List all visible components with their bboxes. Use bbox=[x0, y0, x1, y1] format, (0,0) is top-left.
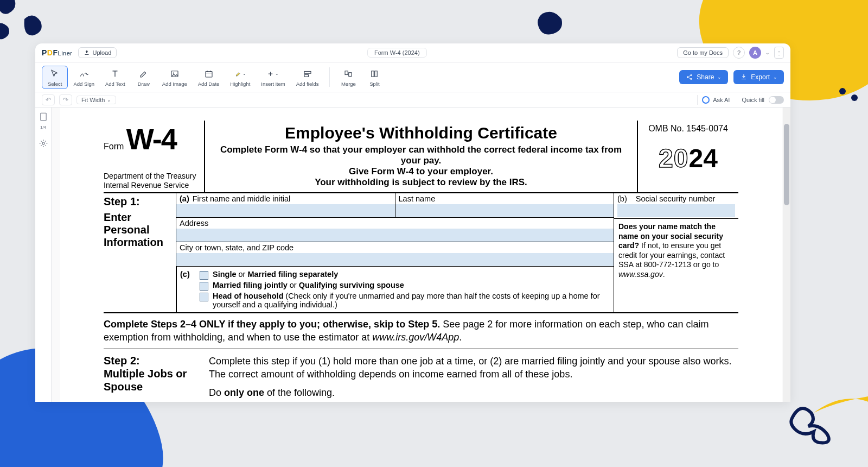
page-counter: 1/4 bbox=[40, 125, 46, 130]
undo-icon: ↶ bbox=[46, 96, 51, 104]
tool-label: Add Sign bbox=[73, 81, 94, 87]
app-window: PDFLiner Upload Form W-4 (2024) Go to my… bbox=[35, 43, 790, 402]
export-button[interactable]: Export ⌄ bbox=[733, 70, 784, 84]
settings-button[interactable] bbox=[37, 137, 49, 149]
last-name-label: Last name bbox=[395, 193, 614, 204]
highlight-icon: ⌄ bbox=[234, 68, 246, 80]
step2-p2: Do only one of the following. bbox=[209, 386, 738, 399]
quickfill-toggle[interactable] bbox=[769, 96, 784, 104]
cursor-icon bbox=[49, 68, 61, 80]
chevron-down-icon: ⌄ bbox=[107, 97, 111, 103]
address-label: Address bbox=[176, 218, 614, 229]
last-name-field[interactable] bbox=[395, 204, 614, 217]
document-title-pill[interactable]: Form W-4 (2024) bbox=[367, 48, 427, 58]
decorative-blob-navy-top bbox=[537, 11, 564, 35]
tool-label: Add fields bbox=[296, 81, 319, 87]
svg-point-3 bbox=[173, 72, 174, 73]
fields-icon bbox=[302, 68, 314, 80]
svg-point-15 bbox=[42, 142, 44, 144]
more-menu-button[interactable]: ⋮ bbox=[774, 47, 784, 59]
help-button[interactable]: ? bbox=[733, 47, 745, 59]
body: 1/4 Form W-4 Department of the Treasury … bbox=[35, 108, 790, 402]
ssn-help-text: Does your name match the name on your so… bbox=[614, 219, 738, 282]
scrollbar-thumb[interactable] bbox=[784, 124, 789, 205]
step1-label: Step 1: Enter Personal Information bbox=[104, 193, 176, 312]
step2-number: Step 2: bbox=[104, 355, 196, 367]
split-icon bbox=[368, 68, 380, 80]
step2-label: Step 2: Multiple Jobs or Spouse bbox=[104, 355, 196, 402]
upload-button[interactable]: Upload bbox=[78, 47, 117, 58]
label-a: (a) bbox=[180, 194, 189, 203]
tool-add-sign[interactable]: Add Sign bbox=[68, 66, 100, 89]
first-name-field[interactable] bbox=[176, 204, 395, 217]
svg-point-1 bbox=[851, 94, 858, 101]
tool-insert-item[interactable]: ⌄ Insert item bbox=[256, 66, 290, 89]
document-page: Form W-4 Department of the Treasury Inte… bbox=[60, 108, 782, 402]
address-field[interactable] bbox=[176, 229, 614, 242]
svg-rect-8 bbox=[349, 72, 352, 76]
upload-label: Upload bbox=[93, 49, 112, 56]
dept-line2: Internal Revenue Service bbox=[104, 181, 204, 190]
filing-status-section: (c) Single or Married filing separately … bbox=[176, 267, 614, 312]
toolbar-separator bbox=[329, 67, 330, 87]
tool-highlight[interactable]: ⌄ Highlight bbox=[225, 66, 256, 89]
tool-draw[interactable]: Draw bbox=[131, 66, 157, 89]
toolbar: Select Add Sign Add Text Draw Add Image … bbox=[35, 62, 790, 92]
svg-rect-9 bbox=[372, 71, 374, 77]
chevron-down-icon: ⌄ bbox=[717, 74, 722, 80]
step1-number: Step 1: bbox=[104, 195, 173, 208]
tool-add-fields[interactable]: Add fields bbox=[291, 66, 324, 89]
tool-label: Draw bbox=[138, 81, 150, 87]
my-docs-button[interactable]: Go to my Docs bbox=[677, 47, 729, 58]
quickfill-label: Quick fill bbox=[742, 97, 764, 103]
ask-ai-label: Ask AI bbox=[713, 97, 730, 103]
user-avatar[interactable]: A bbox=[749, 47, 761, 59]
tool-add-image[interactable]: Add Image bbox=[157, 66, 193, 89]
label-b: (b) bbox=[617, 194, 627, 203]
avatar-menu-caret-icon[interactable]: ⌄ bbox=[765, 50, 770, 55]
page-thumbnails-button[interactable] bbox=[37, 111, 49, 123]
share-label: Share bbox=[697, 73, 714, 81]
zoom-select[interactable]: Fit Width ⌄ bbox=[76, 96, 116, 104]
decorative-blob-navy-br bbox=[787, 396, 841, 445]
undo-button[interactable]: ↶ bbox=[42, 94, 55, 105]
ssn-field[interactable] bbox=[617, 204, 735, 217]
dept-line1: Department of the Treasury bbox=[104, 172, 204, 181]
text-icon bbox=[109, 68, 121, 80]
step2-p1: Complete this step if you (1) hold more … bbox=[209, 355, 738, 381]
checkbox-single[interactable] bbox=[200, 271, 208, 280]
filing-option-2: Married filing jointly or Qualifying sur… bbox=[213, 281, 404, 289]
tool-split[interactable]: Split bbox=[361, 66, 387, 89]
svg-rect-14 bbox=[40, 113, 46, 121]
form-sub3: Your withholding is subject to review by… bbox=[210, 177, 631, 188]
tool-add-text[interactable]: Add Text bbox=[100, 66, 131, 89]
step1-title: Enter Personal Information bbox=[104, 211, 173, 249]
gear-icon bbox=[39, 139, 48, 148]
svg-rect-4 bbox=[206, 71, 212, 77]
checkbox-head-household[interactable] bbox=[200, 293, 208, 301]
filing-option-3: Head of household (Check only if you're … bbox=[213, 292, 610, 309]
instruction-text: Complete Steps 2–4 ONLY if they apply to… bbox=[104, 313, 738, 349]
tool-label: Add Date bbox=[198, 81, 220, 87]
city-field[interactable] bbox=[176, 253, 614, 266]
tool-label: Split bbox=[369, 81, 379, 87]
share-button[interactable]: Share ⌄ bbox=[679, 70, 728, 84]
tool-select[interactable]: Select bbox=[42, 66, 68, 89]
step2-section: Step 2: Multiple Jobs or Spouse Complete… bbox=[104, 349, 738, 402]
label-c: (c) bbox=[180, 270, 195, 279]
tool-merge[interactable]: Merge bbox=[335, 66, 361, 89]
tool-label: Select bbox=[48, 81, 62, 87]
document-viewer[interactable]: Form W-4 Department of the Treasury Inte… bbox=[52, 108, 790, 402]
download-icon bbox=[740, 73, 748, 81]
form-year: 2024 bbox=[640, 143, 736, 173]
form-header: Form W-4 Department of the Treasury Inte… bbox=[104, 121, 738, 193]
redo-button[interactable]: ↷ bbox=[59, 94, 72, 105]
tool-add-date[interactable]: Add Date bbox=[193, 66, 225, 89]
checkbox-married-jointly[interactable] bbox=[200, 282, 208, 291]
decorative-dots-tr bbox=[838, 87, 860, 109]
svg-point-0 bbox=[839, 88, 846, 94]
pencil-icon bbox=[138, 68, 150, 80]
ssn-label: Social security number bbox=[636, 194, 716, 203]
brand-logo: PDFLiner bbox=[42, 48, 73, 57]
ask-ai-button[interactable]: Ask AI bbox=[697, 95, 734, 105]
